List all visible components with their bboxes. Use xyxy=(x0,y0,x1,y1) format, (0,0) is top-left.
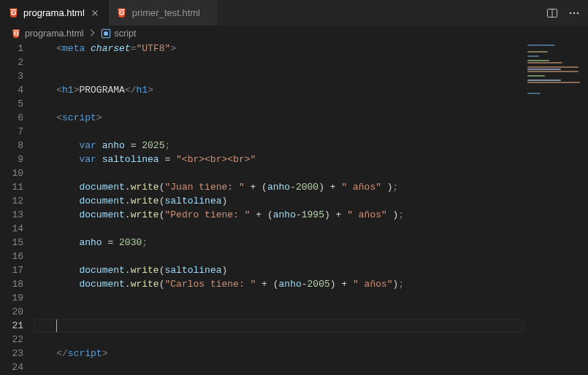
tab-primer_test-html[interactable]: primer_test.html xyxy=(109,0,218,26)
line-number: 19 xyxy=(0,291,23,305)
tab-programa-html[interactable]: programa.html xyxy=(0,0,109,26)
tab-bar: programa.htmlprimer_test.html xyxy=(0,0,588,26)
breadcrumb-file[interactable]: programa.html xyxy=(25,28,84,39)
code-line[interactable]: document.write("Carlos tiene: " + (anho-… xyxy=(34,277,524,291)
code-line[interactable]: document.write("Pedro tiene: " + (anho-1… xyxy=(34,208,524,222)
line-number: 14 xyxy=(0,222,23,236)
code-line[interactable] xyxy=(34,360,524,374)
chevron-right-icon xyxy=(87,28,97,40)
tabbar-actions xyxy=(538,0,588,26)
tab-label: programa.html xyxy=(23,7,85,18)
line-number: 15 xyxy=(0,236,23,250)
code-line[interactable]: <script> xyxy=(34,111,524,125)
minimap-line xyxy=(527,62,562,63)
html5-icon xyxy=(116,7,128,19)
more-actions-icon[interactable] xyxy=(566,5,582,21)
minimap-line xyxy=(527,69,561,70)
line-number: 18 xyxy=(0,277,23,291)
html5-icon xyxy=(10,28,22,39)
line-number: 21 xyxy=(0,319,23,333)
code-line[interactable]: anho = 2030; xyxy=(34,236,524,250)
code-line[interactable]: document.write(saltolinea) xyxy=(34,263,524,277)
minimap[interactable] xyxy=(524,42,588,375)
minimap-line xyxy=(527,80,561,81)
minimap-line xyxy=(527,60,549,61)
code-line[interactable] xyxy=(34,291,524,305)
code-line[interactable]: </script> xyxy=(34,347,524,360)
code-line[interactable] xyxy=(34,125,524,139)
code-line[interactable] xyxy=(34,319,524,333)
code-line[interactable]: document.write("Juan tiene: " + (anho-20… xyxy=(34,180,524,194)
code-line[interactable]: var saltolinea = "<br><br><br>" xyxy=(34,152,524,166)
line-number-gutter: 123456789101112131415161718192021222324 xyxy=(0,42,34,375)
tabbar-spacer xyxy=(218,0,538,26)
line-number: 8 xyxy=(0,139,23,152)
text-cursor xyxy=(56,320,57,332)
split-editor-icon[interactable] xyxy=(544,5,560,21)
line-number: 23 xyxy=(0,347,23,360)
minimap-line xyxy=(527,66,579,68)
close-icon[interactable] xyxy=(89,7,101,19)
line-number: 11 xyxy=(0,180,23,194)
minimap-line xyxy=(527,55,539,57)
line-number: 5 xyxy=(0,97,23,111)
code-line[interactable]: <meta charset="UTF8"> xyxy=(34,42,524,55)
code-line[interactable] xyxy=(34,55,524,69)
line-number: 1 xyxy=(0,42,23,55)
line-number: 22 xyxy=(0,333,23,347)
code-line[interactable]: var anho = 2025; xyxy=(34,139,524,152)
line-number: 3 xyxy=(0,69,23,83)
minimap-line xyxy=(527,93,541,94)
line-number: 17 xyxy=(0,263,23,277)
minimap-line xyxy=(527,45,555,46)
line-number: 20 xyxy=(0,305,23,319)
code-content[interactable]: <meta charset="UTF8"> <h1>PROGRAMA</h1> … xyxy=(34,42,524,375)
line-number: 9 xyxy=(0,152,23,166)
line-number: 24 xyxy=(0,360,23,374)
line-number: 13 xyxy=(0,208,23,222)
minimap-line xyxy=(527,71,579,72)
code-line[interactable] xyxy=(34,250,524,263)
code-line[interactable]: document.write(saltolinea) xyxy=(34,194,524,208)
svg-point-3 xyxy=(573,12,576,14)
code-line[interactable] xyxy=(34,97,524,111)
line-number: 2 xyxy=(0,55,23,69)
svg-rect-6 xyxy=(104,31,107,35)
code-line[interactable] xyxy=(34,166,524,180)
line-number: 10 xyxy=(0,166,23,180)
editor-area: 123456789101112131415161718192021222324 … xyxy=(0,42,588,375)
line-number: 16 xyxy=(0,250,23,263)
minimap-line xyxy=(527,82,580,83)
code-line[interactable] xyxy=(34,333,524,347)
tab-label: primer_test.html xyxy=(132,7,200,18)
line-number: 6 xyxy=(0,111,23,125)
minimap-line xyxy=(527,75,545,77)
line-number: 7 xyxy=(0,125,23,139)
script-block-icon xyxy=(100,28,112,39)
code-line[interactable]: <h1>PROGRAMA</h1> xyxy=(34,83,524,97)
line-number: 12 xyxy=(0,194,23,208)
line-number: 4 xyxy=(0,83,23,97)
code-line[interactable] xyxy=(34,305,524,319)
html5-icon xyxy=(7,7,19,19)
code-line[interactable] xyxy=(34,69,524,83)
code-editor[interactable]: 123456789101112131415161718192021222324 … xyxy=(0,42,524,375)
code-line[interactable] xyxy=(34,222,524,236)
breadcrumb-segment[interactable]: script xyxy=(115,28,137,39)
svg-point-2 xyxy=(570,12,572,14)
svg-point-4 xyxy=(577,12,579,14)
minimap-line xyxy=(527,51,548,53)
breadcrumb[interactable]: programa.html script xyxy=(0,26,588,42)
